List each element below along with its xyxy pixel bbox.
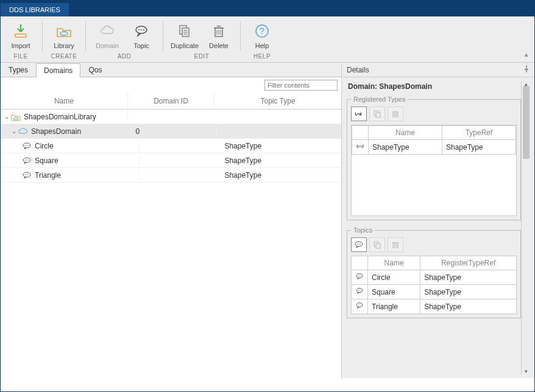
download-icon xyxy=(11,21,30,41)
svg-point-26 xyxy=(26,159,27,160)
sub-tab-bar: Types Domains Qos xyxy=(1,63,341,77)
details-title: Domain: ShapesDomain xyxy=(348,82,521,91)
speech-icon xyxy=(21,170,32,180)
tree-row-topic[interactable]: Square ShapeType xyxy=(1,153,341,168)
link-type-button[interactable] xyxy=(351,107,367,121)
speech-icon xyxy=(352,285,368,299)
svg-rect-33 xyxy=(376,113,380,117)
table-row[interactable]: ShapeType ShapeType xyxy=(352,140,516,155)
table-row[interactable]: Circle ShapeType xyxy=(352,270,517,285)
tab-domains[interactable]: Domains xyxy=(36,63,80,77)
col-header-name[interactable]: Name xyxy=(1,93,128,109)
delete-button[interactable]: Delete xyxy=(204,20,234,51)
speech-icon xyxy=(21,156,32,166)
tree-row-topic[interactable]: Circle ShapeType xyxy=(1,139,341,153)
topic-name: Circle xyxy=(368,270,420,285)
expand-toggle[interactable]: ⌄ xyxy=(10,128,18,135)
ribbon-separator xyxy=(240,21,241,51)
topics-table[interactable]: Name RegisterTypeRef Circle ShapeType Sq… xyxy=(351,256,517,314)
tab-types[interactable]: Types xyxy=(1,63,36,77)
ribbon-group-file: Import FILE xyxy=(5,20,36,61)
type-name: ShapeType xyxy=(369,140,442,155)
svg-point-40 xyxy=(357,243,358,244)
cloud-icon xyxy=(97,21,117,41)
ribbon-separator xyxy=(42,21,43,51)
registered-types-table[interactable]: Name TypeRef ShapeType ShapeType xyxy=(352,125,516,155)
ribbon-group-label-edit: EDIT xyxy=(194,51,210,61)
ribbon-group-label-create: CREATE xyxy=(51,51,77,61)
svg-point-25 xyxy=(25,159,26,160)
scroll-down-icon[interactable]: ▾ xyxy=(522,368,531,374)
speech-icon xyxy=(21,141,32,151)
tab-dds-libraries[interactable]: DDS LIBRARIES xyxy=(1,3,69,16)
ribbon-toolbar: Import FILE Library CREATE xyxy=(1,16,534,63)
col-header-regref[interactable]: RegisterTypeRef xyxy=(420,256,517,270)
col-header-name[interactable]: Name xyxy=(369,126,442,140)
svg-point-57 xyxy=(360,290,361,290)
tree-row-library[interactable]: ⌄ ShapesDomainLibrary xyxy=(1,110,341,124)
table-row[interactable]: Triangle ShapeType xyxy=(352,299,517,314)
svg-point-4 xyxy=(141,29,142,30)
domain-id: 0 xyxy=(132,127,216,136)
svg-point-42 xyxy=(360,243,361,244)
ribbon-separator xyxy=(163,21,163,51)
scroll-thumb[interactable] xyxy=(523,86,530,159)
expand-toggle[interactable]: ⌄ xyxy=(3,113,10,120)
speech-icon xyxy=(132,21,151,41)
topic-name: Circle xyxy=(35,142,54,150)
duplicate-label: Duplicate xyxy=(171,42,199,49)
svg-point-52 xyxy=(359,275,360,276)
col-header-name[interactable]: Name xyxy=(368,256,420,270)
help-icon: ? xyxy=(252,21,272,41)
svg-point-1 xyxy=(60,32,68,35)
domain-name: ShapesDomain xyxy=(31,127,81,136)
library-button[interactable]: Library xyxy=(49,20,79,51)
delete-type-button xyxy=(388,107,403,121)
link-icon xyxy=(352,140,369,155)
filter-input[interactable] xyxy=(264,80,338,91)
duplicate-button[interactable]: Duplicate xyxy=(169,20,200,51)
table-row[interactable]: Square ShapeType xyxy=(352,285,517,299)
details-scrollbar[interactable]: ▴ ▾ xyxy=(521,81,531,374)
ribbon-group-edit: Duplicate Delete EDIT xyxy=(169,20,234,61)
topic-name: Triangle xyxy=(368,299,420,314)
window-tab-bar: DDS LIBRARIES xyxy=(1,1,534,16)
trash-icon xyxy=(209,21,229,41)
tree-row-domain[interactable]: ⌄ ShapesDomain 0 xyxy=(1,124,341,139)
topic-regref: ShapeType xyxy=(420,285,517,299)
delete-label: Delete xyxy=(209,42,229,49)
tree-row-topic[interactable]: Triangle ShapeType xyxy=(1,168,341,183)
domain-label: Domain xyxy=(96,42,119,49)
svg-point-23 xyxy=(28,145,29,145)
col-header-domain-id[interactable]: Domain ID xyxy=(128,93,214,109)
add-topic-button[interactable] xyxy=(351,237,367,252)
topic-regref: ShapeType xyxy=(420,270,517,285)
pin-icon[interactable] xyxy=(523,65,530,74)
import-button[interactable]: Import xyxy=(5,20,36,51)
svg-point-29 xyxy=(25,174,26,175)
topic-regref: ShapeType xyxy=(420,299,517,314)
tree-header-row: Name Domain ID Topic Type xyxy=(1,93,341,110)
speech-icon xyxy=(352,299,368,314)
help-button[interactable]: ? Help xyxy=(247,20,277,51)
domain-tree[interactable]: ⌄ ShapesDomainLibrary ⌄ ShapesDomain xyxy=(1,110,341,378)
tab-qos[interactable]: Qos xyxy=(80,63,110,77)
svg-text:?: ? xyxy=(260,26,264,36)
topic-name: Triangle xyxy=(35,171,61,180)
topic-type: ShapeType xyxy=(221,171,341,180)
copy-icon xyxy=(373,240,381,249)
col-header-topic-type[interactable]: Topic Type xyxy=(214,93,341,109)
svg-point-41 xyxy=(358,243,359,244)
svg-point-21 xyxy=(25,145,26,145)
ribbon-collapse-icon[interactable]: ▴ xyxy=(525,51,528,58)
registered-types-legend: Registered Types xyxy=(351,96,408,103)
topic-button[interactable]: Topic xyxy=(126,20,157,51)
copy-icon xyxy=(373,110,381,118)
domain-button: Domain xyxy=(92,20,122,51)
ribbon-group-add: Domain Topic ADD xyxy=(92,20,157,61)
svg-point-30 xyxy=(26,174,27,175)
col-header-typeref[interactable]: TypeRef xyxy=(442,126,516,140)
copy-type-button xyxy=(369,107,385,121)
copy-icon xyxy=(175,21,194,41)
copy-topic-button xyxy=(369,237,385,252)
